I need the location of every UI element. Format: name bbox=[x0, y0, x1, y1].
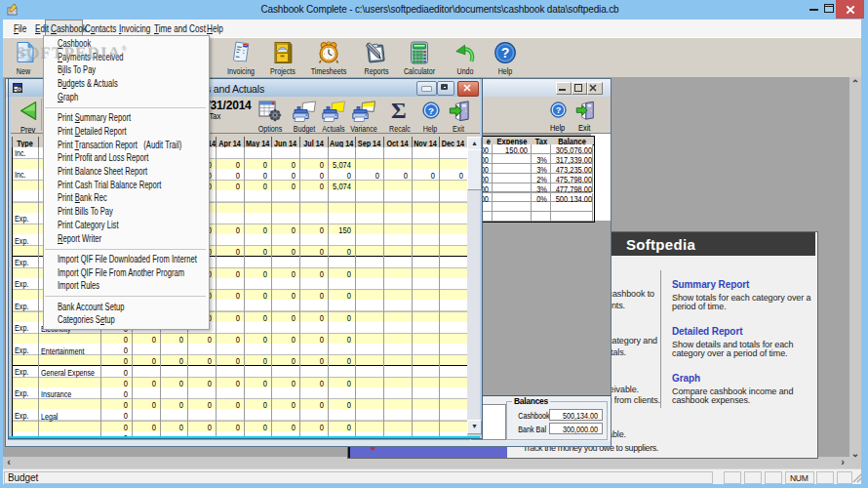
svg-text:?: ? bbox=[501, 45, 510, 61]
svg-text:?: ? bbox=[556, 105, 562, 115]
